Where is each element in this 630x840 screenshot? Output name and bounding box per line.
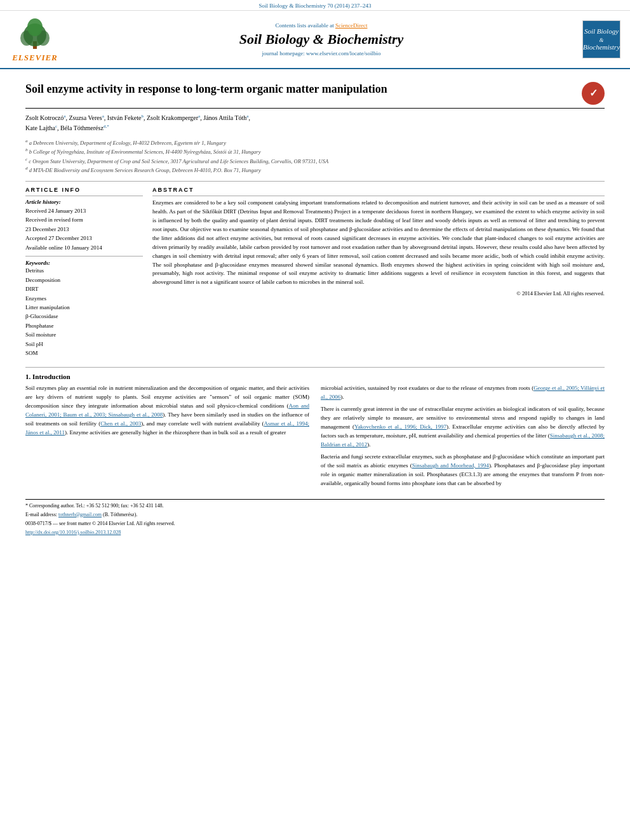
ref-asmar[interactable]: Asmar et al., 1994; János et al., 2011 [25, 420, 309, 436]
keyword-detritus: Detritus [25, 266, 143, 275]
ref-sinsabaugh2[interactable]: Sinsabaugh et al., 2008; Baldrian et al.… [321, 432, 605, 448]
svg-text:Soil Biology: Soil Biology [584, 27, 619, 35]
journal-title: Soil Biology & Biochemistry [70, 31, 573, 48]
article-info-abstract-section: ARTICLE INFO Article history: Received 2… [25, 181, 605, 357]
keyword-dirt: DIRT [25, 284, 143, 293]
revised-label: Received in revised form [25, 216, 143, 225]
keyword-phosphatase: Phosphatase [25, 321, 143, 330]
received-date: Received 24 January 2013 [25, 207, 143, 216]
doi-note: http://dx.doi.org/10.1016/j.soilbio.2013… [25, 529, 605, 537]
intro-right-para3: Bacteria and fungi secrete extracellular… [321, 453, 605, 488]
elsevier-tree-icon [13, 16, 57, 51]
article-info-col: ARTICLE INFO Article history: Received 2… [25, 187, 143, 357]
intro-right-para1: microbial activities, sustained by root … [321, 384, 605, 402]
doi-link[interactable]: http://dx.doi.org/10.1016/j.soilbio.2013… [25, 530, 121, 535]
accepted-date: Accepted 27 December 2013 [25, 234, 143, 243]
email-link[interactable]: tothnerb@gmail.com [58, 512, 102, 517]
keywords-block: Keywords: Detritus Decomposition DIRT En… [25, 260, 143, 357]
article-title-area: Soil enzyme activity in response to long… [25, 76, 605, 109]
ref-sinsabaugh3[interactable]: Sinsabaugh and Moorhead, 1994 [412, 462, 489, 469]
keyword-soil-ph: Soil pH [25, 340, 143, 349]
introduction-section: 1. Introduction Soil enzymes play an ess… [25, 367, 605, 491]
corresponding-author-note: * Corresponding author. Tel.: +36 52 512… [25, 502, 605, 510]
svg-text:&: & [599, 37, 603, 43]
authors-line: Zsolt Kotroczóa, Zsuzsa Veresa, István F… [25, 113, 605, 134]
available-date: Available online 10 January 2014 [25, 244, 143, 253]
intro-right-para2: There is currently great interest in the… [321, 405, 605, 450]
main-content: Soil enzyme activity in response to long… [0, 69, 630, 544]
ref-chen[interactable]: Chen et al., 2003 [100, 420, 141, 427]
contents-line: Contents lists available at ScienceDirec… [70, 22, 573, 29]
abstract-label: ABSTRACT [152, 187, 605, 193]
svg-text:Biochemistry: Biochemistry [583, 43, 620, 51]
keyword-glucosidase: β-Glucosidase [25, 312, 143, 321]
intro-body-two-col: Soil enzymes play an essential role in n… [25, 384, 605, 491]
ref-george[interactable]: George et al., 2005; Villányi et al., 20… [321, 385, 605, 400]
journal-logo-box: Soil Biology & Biochemistry [579, 20, 624, 58]
keywords-label: Keywords: [25, 260, 143, 266]
footnotes-block: * Corresponding author. Tel.: +36 52 512… [25, 499, 605, 537]
keyword-soil-moisture: Soil moisture [25, 330, 143, 339]
journal-header: ELSEVIER Contents lists available at Sci… [0, 11, 630, 69]
svg-point-4 [27, 18, 43, 36]
svg-text:✓: ✓ [589, 88, 598, 98]
abstract-text: Enzymes are considered to be a key soil … [152, 199, 605, 287]
affiliation-d: d d MTA-DE Biodiversity and Ecosystem Se… [25, 165, 605, 175]
keyword-decomposition: Decomposition [25, 276, 143, 284]
issn-note: 0038-0717/$ — see front matter © 2014 El… [25, 520, 605, 528]
keyword-som: SOM [25, 349, 143, 357]
keyword-litter: Litter manipulation [25, 303, 143, 312]
crossmark-badge: ✓ [582, 82, 605, 105]
email-note: E-mail address: tothnerb@gmail.com (B. T… [25, 511, 605, 519]
journal-reference: Soil Biology & Biochemistry 70 (2014) 23… [0, 0, 630, 11]
ref-aon[interactable]: Aon and Colaneri, 2001; Baum et al., 200… [25, 403, 309, 418]
article-info-label: ARTICLE INFO [25, 187, 143, 193]
elsevier-logo: ELSEVIER [6, 16, 64, 63]
article-title: Soil enzyme activity in response to long… [25, 82, 575, 97]
intro-right-col: microbial activities, sustained by root … [321, 384, 605, 491]
journal-homepage: journal homepage: www.elsevier.com/locat… [70, 50, 573, 57]
affiliation-c: c c Oregon State University, Department … [25, 156, 605, 166]
affiliations-block: a a Debrecen University, Department of E… [25, 138, 605, 175]
ref-yakoven[interactable]: Yakovchenko et al., 1996; Dick, 1997 [354, 423, 446, 430]
intro-section-title: 1. Introduction [25, 373, 605, 380]
article-history-title: Article history: [25, 199, 143, 205]
sciencedirect-link[interactable]: ScienceDirect [335, 22, 367, 29]
intro-left-col: Soil enzymes play an essential role in n… [25, 384, 309, 491]
abstract-col: ABSTRACT Enzymes are considered to be a … [152, 187, 605, 357]
affiliation-b: b b College of Nyíregyháza, Institute of… [25, 147, 605, 156]
header-center: Contents lists available at ScienceDirec… [70, 22, 573, 57]
journal-logo-image: Soil Biology & Biochemistry [582, 20, 620, 58]
keyword-enzymes: Enzymes [25, 294, 143, 303]
intro-left-para1: Soil enzymes play an essential role in n… [25, 384, 309, 437]
abstract-copyright: © 2014 Elsevier Ltd. All rights reserved… [152, 290, 605, 297]
affiliation-a: a a Debrecen University, Department of E… [25, 138, 605, 147]
revised-date: 23 December 2013 [25, 225, 143, 234]
